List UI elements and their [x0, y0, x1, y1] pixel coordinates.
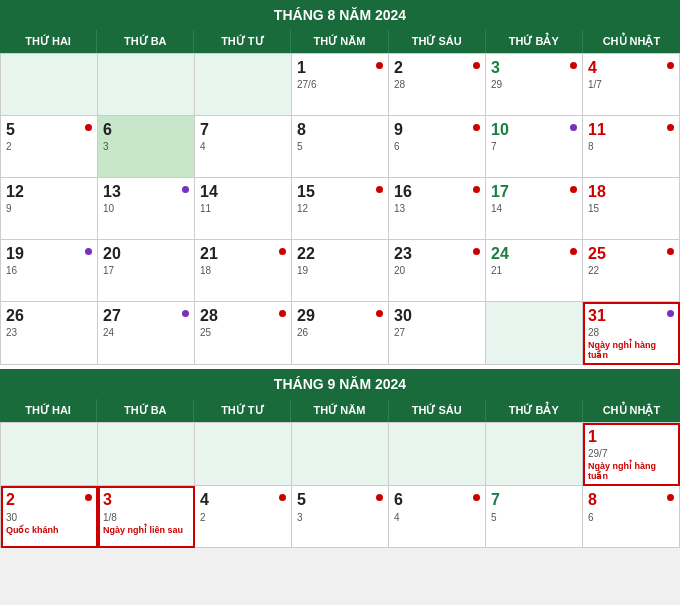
day-number: 2 — [394, 58, 403, 77]
day-note: Ngày nghỉ hàng tuần — [588, 340, 674, 360]
day-number: 19 — [6, 244, 24, 263]
day-cell: 86 — [583, 486, 680, 548]
day-number: 21 — [200, 244, 218, 263]
day-main-row: 21 — [200, 244, 286, 263]
day-main-row: 27 — [103, 306, 189, 325]
day-number: 17 — [491, 182, 509, 201]
day-number: 4 — [200, 490, 209, 509]
day-number: 20 — [103, 244, 121, 263]
day-lunar: 5 — [297, 141, 383, 152]
day-number: 24 — [491, 244, 509, 263]
day-lunar: 4 — [394, 512, 480, 523]
day-cell: 228 — [389, 54, 486, 116]
day-main-row: 31 — [588, 306, 674, 325]
day-main-row: 1 — [588, 427, 674, 446]
day-dot — [667, 62, 674, 69]
day-main-row: 2 — [394, 58, 480, 77]
weekday-label: THỨ TƯ — [194, 30, 291, 53]
weekday-label: THỨ BA — [97, 399, 194, 422]
day-lunar: 2 — [200, 512, 286, 523]
weekday-label: THỨ HAI — [0, 399, 97, 422]
day-main-row: 8 — [297, 120, 383, 139]
day-cell: 2017 — [98, 240, 195, 302]
day-number: 9 — [394, 120, 403, 139]
day-cell: 42 — [195, 486, 292, 548]
day-dot — [279, 248, 286, 255]
day-main-row: 16 — [394, 182, 480, 201]
day-lunar: 8 — [588, 141, 674, 152]
day-number: 29 — [297, 306, 315, 325]
day-main-row: 12 — [6, 182, 92, 201]
day-dot — [667, 124, 674, 131]
day-cell: 1613 — [389, 178, 486, 240]
day-cell: 1916 — [1, 240, 98, 302]
day-number: 14 — [200, 182, 218, 201]
day-lunar: 3 — [103, 141, 189, 152]
day-cell: 129 — [1, 178, 98, 240]
day-main-row: 29 — [297, 306, 383, 325]
day-dot — [667, 310, 674, 317]
day-main-row: 2 — [6, 490, 92, 509]
day-number: 18 — [588, 182, 606, 201]
day-lunar: 1/8 — [103, 512, 189, 523]
day-cell: 2926 — [292, 302, 389, 365]
day-cell: 329 — [486, 54, 583, 116]
september-block: THÁNG 9 NĂM 2024 THỨ HAITHỨ BATHỨ TƯTHỨ … — [0, 369, 680, 548]
day-main-row: 26 — [6, 306, 92, 325]
day-cell: 230Quốc khánh — [1, 486, 98, 548]
day-lunar: 24 — [103, 327, 189, 338]
day-dot — [667, 494, 674, 501]
day-main-row: 3 — [103, 490, 189, 509]
day-dot — [570, 124, 577, 131]
day-main-row: 18 — [588, 182, 674, 201]
calendar-container: THÁNG 8 NĂM 2024 THỨ HAITHỨ BATHỨ TƯTHỨ … — [0, 0, 680, 548]
day-lunar: 18 — [200, 265, 286, 276]
day-lunar: 22 — [588, 265, 674, 276]
day-cell — [486, 423, 583, 486]
day-lunar: 30 — [6, 512, 92, 523]
day-main-row: 10 — [491, 120, 577, 139]
day-cell: 63 — [98, 116, 195, 178]
day-lunar: 6 — [588, 512, 674, 523]
day-main-row: 30 — [394, 306, 480, 325]
day-lunar: 7 — [491, 141, 577, 152]
day-cell: 2825 — [195, 302, 292, 365]
day-number: 7 — [491, 490, 500, 509]
day-dot — [279, 494, 286, 501]
day-cell: 2219 — [292, 240, 389, 302]
day-dot — [85, 248, 92, 255]
day-dot — [667, 248, 674, 255]
weekday-label: THỨ SÁU — [389, 30, 486, 53]
day-lunar: 19 — [297, 265, 383, 276]
day-number: 27 — [103, 306, 121, 325]
day-main-row: 19 — [6, 244, 92, 263]
day-lunar: 27 — [394, 327, 480, 338]
day-cell: 2320 — [389, 240, 486, 302]
day-dot — [473, 186, 480, 193]
day-number: 3 — [103, 490, 112, 509]
day-main-row: 17 — [491, 182, 577, 201]
day-main-row: 25 — [588, 244, 674, 263]
day-cell — [292, 423, 389, 486]
september-header: THÁNG 9 NĂM 2024 — [0, 369, 680, 399]
day-dot — [473, 494, 480, 501]
day-lunar: 17 — [103, 265, 189, 276]
day-number: 12 — [6, 182, 24, 201]
day-cell — [1, 423, 98, 486]
day-lunar: 23 — [6, 327, 92, 338]
day-lunar: 15 — [588, 203, 674, 214]
day-number: 15 — [297, 182, 315, 201]
day-dot — [85, 494, 92, 501]
day-cell: 127/6 — [292, 54, 389, 116]
day-main-row: 14 — [200, 182, 286, 201]
day-cell: 41/7 — [583, 54, 680, 116]
day-lunar: 9 — [6, 203, 92, 214]
day-lunar: 11 — [200, 203, 286, 214]
day-main-row: 11 — [588, 120, 674, 139]
day-lunar: 1/7 — [588, 79, 674, 90]
september-grid: 129/7Ngày nghỉ hàng tuần230Quốc khánh31/… — [0, 422, 680, 548]
day-lunar: 12 — [297, 203, 383, 214]
weekday-label: THỨ SÁU — [389, 399, 486, 422]
day-number: 2 — [6, 490, 15, 509]
day-cell — [98, 423, 195, 486]
